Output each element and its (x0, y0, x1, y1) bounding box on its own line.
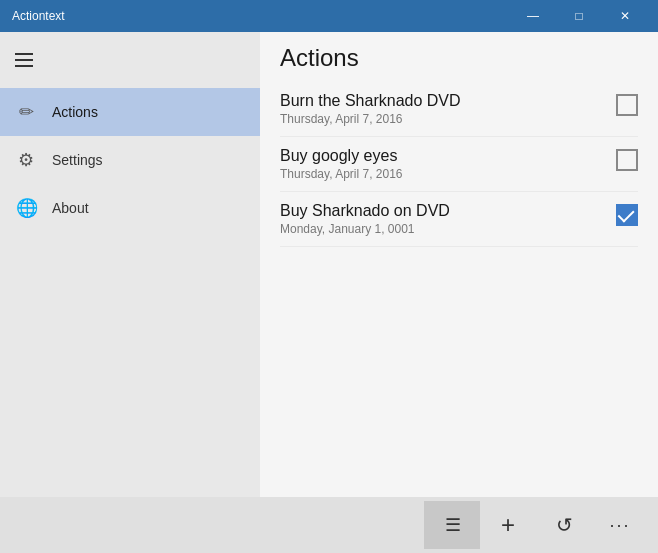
refresh-button[interactable]: ↺ (536, 501, 592, 549)
hamburger-line-2 (15, 59, 33, 61)
action-item-3-name: Buy Sharknado on DVD (280, 202, 616, 220)
window-controls: — □ ✕ (510, 0, 648, 32)
hamburger-line-3 (15, 65, 33, 67)
content-area: Actions Burn the Sharknado DVD Thursday,… (260, 32, 658, 497)
add-icon: + (501, 511, 515, 539)
window-title: Actiontext (12, 9, 65, 23)
title-bar: Actiontext — □ ✕ (0, 0, 658, 32)
checklist-icon: ☰ (445, 514, 460, 536)
sidebar-item-actions[interactable]: ✏ Actions (0, 88, 260, 136)
content-header: Actions (260, 32, 658, 82)
action-item-1-name: Burn the Sharknado DVD (280, 92, 616, 110)
action-item-2-date: Thursday, April 7, 2016 (280, 167, 616, 181)
action-item-2: Buy googly eyes Thursday, April 7, 2016 (280, 137, 638, 192)
refresh-icon: ↺ (556, 513, 573, 537)
action-item-1-checkbox[interactable] (616, 94, 638, 116)
action-item-1-date: Thursday, April 7, 2016 (280, 112, 616, 126)
action-item-2-text: Buy googly eyes Thursday, April 7, 2016 (280, 147, 616, 181)
checklist-button[interactable]: ☰ (424, 501, 480, 549)
app-window: Actiontext — □ ✕ ✏ Actions (0, 0, 658, 553)
bottom-toolbar: ☰ + ↺ ··· (0, 497, 658, 553)
about-icon: 🌐 (16, 197, 36, 219)
add-button[interactable]: + (480, 501, 536, 549)
action-item-1: Burn the Sharknado DVD Thursday, April 7… (280, 82, 638, 137)
main-layout: ✏ Actions ⚙ Settings 🌐 About Actions Bur… (0, 32, 658, 497)
action-item-2-name: Buy googly eyes (280, 147, 616, 165)
action-list: Burn the Sharknado DVD Thursday, April 7… (260, 82, 658, 497)
sidebar-item-about-label: About (52, 200, 89, 216)
actions-icon: ✏ (16, 101, 36, 123)
more-button[interactable]: ··· (592, 501, 648, 549)
minimize-icon: — (527, 9, 539, 23)
action-item-3: Buy Sharknado on DVD Monday, January 1, … (280, 192, 638, 247)
action-item-1-text: Burn the Sharknado DVD Thursday, April 7… (280, 92, 616, 126)
settings-icon: ⚙ (16, 149, 36, 171)
maximize-icon: □ (575, 9, 582, 23)
sidebar-item-about[interactable]: 🌐 About (0, 184, 260, 232)
close-button[interactable]: ✕ (602, 0, 648, 32)
sidebar-item-settings[interactable]: ⚙ Settings (0, 136, 260, 184)
action-item-2-checkbox[interactable] (616, 149, 638, 171)
page-title: Actions (280, 44, 638, 72)
action-item-3-date: Monday, January 1, 0001 (280, 222, 616, 236)
minimize-button[interactable]: — (510, 0, 556, 32)
maximize-button[interactable]: □ (556, 0, 602, 32)
more-icon: ··· (609, 515, 630, 536)
sidebar-item-settings-label: Settings (52, 152, 103, 168)
close-icon: ✕ (620, 9, 630, 23)
action-item-3-checkbox[interactable] (616, 204, 638, 226)
hamburger-line-1 (15, 53, 33, 55)
action-item-3-text: Buy Sharknado on DVD Monday, January 1, … (280, 202, 616, 236)
hamburger-button[interactable] (0, 36, 48, 84)
sidebar-item-actions-label: Actions (52, 104, 98, 120)
sidebar: ✏ Actions ⚙ Settings 🌐 About (0, 32, 260, 497)
